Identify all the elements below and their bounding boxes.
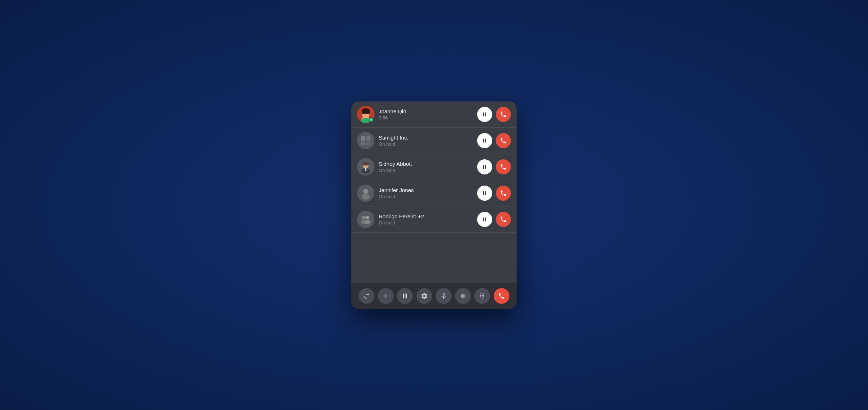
svg-rect-4 [362, 111, 370, 114]
settings-icon [421, 292, 428, 300]
svg-rect-27 [485, 191, 486, 195]
empty-area [351, 233, 517, 283]
call-status-joanne: 0:56 [379, 115, 473, 120]
svg-rect-7 [485, 112, 486, 116]
svg-point-24 [363, 189, 368, 194]
end-button-jennifer[interactable] [496, 186, 511, 201]
jennifer-avatar-svg [359, 187, 372, 200]
pause-button-sidney[interactable] [477, 159, 492, 174]
call-status-sunlight: On hold [379, 141, 473, 147]
call-item-joanne: ✓ Joanne Qin 0:56 [351, 101, 517, 128]
svg-point-46 [482, 296, 483, 297]
call-status-rodrigo: On hold [379, 220, 473, 226]
svg-rect-13 [485, 138, 486, 142]
svg-rect-26 [483, 191, 484, 195]
rodrigo-group-avatar-svg [359, 213, 372, 226]
toolbar [351, 283, 517, 309]
end-button-joanne[interactable] [496, 107, 511, 122]
transfer-icon [363, 292, 370, 300]
avatar-sidney [357, 158, 374, 176]
sidney-avatar-svg [359, 160, 372, 173]
dialpad-button[interactable] [474, 288, 490, 304]
record-button[interactable] [455, 288, 471, 304]
pause-icon-joanne [482, 111, 488, 117]
svg-point-43 [482, 295, 483, 296]
pause-button-jennifer[interactable] [477, 186, 492, 201]
svg-point-38 [462, 295, 463, 296]
svg-rect-9 [366, 136, 370, 141]
call-name-sunlight: Sunlight Inc. [379, 135, 473, 141]
pause-button-sunlight[interactable] [477, 133, 492, 148]
plus-icon [382, 292, 389, 300]
pause-icon-sunlight [482, 138, 488, 144]
svg-rect-11 [366, 142, 370, 145]
svg-rect-21 [483, 165, 484, 169]
end-call-icon [498, 292, 505, 300]
end-call-button[interactable] [494, 288, 509, 304]
svg-point-29 [362, 216, 366, 219]
svg-rect-22 [485, 165, 486, 169]
record-icon [460, 292, 467, 300]
call-status-jennifer: On hold [379, 194, 473, 199]
svg-rect-12 [483, 138, 484, 142]
svg-rect-8 [361, 136, 365, 141]
avatar-sunlight [357, 132, 374, 149]
svg-point-44 [483, 295, 484, 296]
call-info-sidney: Sidney Abbott On hold [379, 161, 473, 173]
pause-button-joanne[interactable] [477, 107, 492, 122]
call-actions-sidney [477, 159, 511, 174]
call-name-joanne: Joanne Qin [379, 108, 473, 114]
end-button-sidney[interactable] [496, 159, 511, 174]
end-icon-jennifer [500, 190, 507, 197]
call-actions-joanne [477, 107, 511, 122]
transfer-button[interactable] [359, 288, 374, 304]
call-info-joanne: Joanne Qin 0:56 [379, 108, 473, 120]
end-icon-sidney [500, 163, 507, 170]
end-icon-rodrigo [500, 216, 507, 223]
svg-point-40 [482, 293, 483, 294]
avatar-wrap-joanne: ✓ [357, 106, 374, 123]
call-info-sunlight: Sunlight Inc. On hold [379, 135, 473, 147]
call-item-jennifer: Jennifer Jones On hold [351, 180, 517, 206]
calls-list: ✓ Joanne Qin 0:56 [351, 101, 517, 283]
svg-rect-33 [483, 217, 484, 221]
status-dot-joanne: ✓ [369, 117, 374, 122]
svg-rect-36 [406, 293, 407, 298]
avatar-rodrigo [357, 211, 374, 228]
pause-icon-rodrigo [482, 217, 488, 222]
call-item-sidney: Sidney Abbott On hold [351, 154, 517, 180]
call-actions-jennifer [477, 186, 511, 201]
svg-rect-35 [403, 293, 404, 298]
svg-rect-10 [361, 142, 365, 145]
settings-button[interactable] [416, 288, 432, 304]
svg-rect-34 [485, 217, 486, 221]
call-name-rodrigo: Rodrigo Pereiro +2 [379, 213, 473, 219]
call-info-rodrigo: Rodrigo Pereiro +2 On hold [379, 213, 473, 226]
microphone-icon [440, 292, 447, 300]
call-item-sunlight: Sunlight Inc. On hold [351, 128, 517, 154]
call-info-jennifer: Jennifer Jones On hold [379, 187, 473, 199]
end-button-sunlight[interactable] [496, 133, 511, 148]
end-icon-sunlight [500, 137, 507, 144]
svg-point-28 [359, 213, 372, 226]
avatar-jennifer [357, 184, 374, 202]
svg-point-42 [480, 295, 481, 296]
svg-point-48 [482, 298, 483, 299]
svg-point-41 [483, 293, 484, 294]
call-status-sidney: On hold [379, 168, 473, 173]
pause-toolbar-icon [401, 292, 408, 300]
end-icon-joanne [500, 111, 507, 118]
sunlight-logo-icon [360, 135, 371, 146]
end-button-rodrigo[interactable] [496, 212, 511, 227]
add-button[interactable] [378, 288, 394, 304]
pause-button-rodrigo[interactable] [477, 212, 492, 227]
call-name-jennifer: Jennifer Jones [379, 187, 473, 193]
svg-point-47 [483, 296, 484, 297]
pause-icon-jennifer [482, 190, 488, 196]
call-actions-sunlight [477, 133, 511, 148]
hold-button[interactable] [397, 288, 413, 304]
call-item-rodrigo: Rodrigo Pereiro +2 On hold [351, 206, 517, 233]
call-panel: ✓ Joanne Qin 0:56 [351, 101, 517, 309]
mute-button[interactable] [436, 288, 452, 304]
svg-rect-6 [483, 112, 484, 116]
